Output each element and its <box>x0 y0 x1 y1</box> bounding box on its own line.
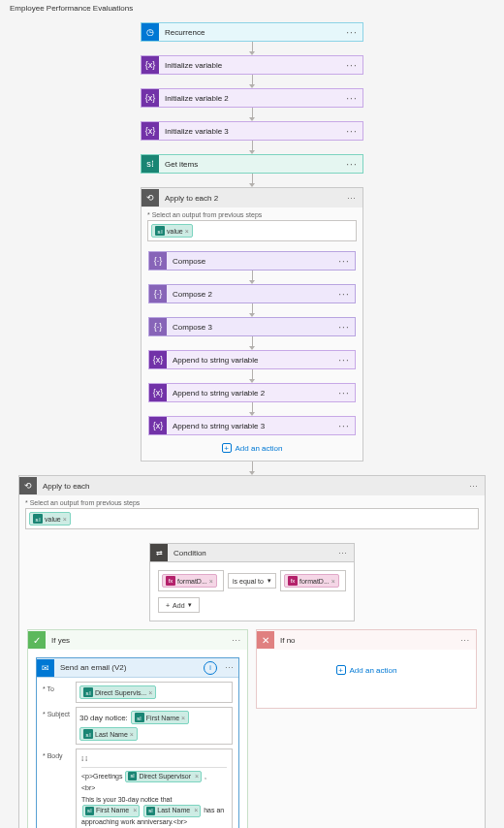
value-token[interactable]: s⁞value× <box>29 512 71 525</box>
arrow-icon <box>252 462 253 475</box>
apply-to-each-2-scope: ⟲ Apply to each 2 ··· * Select an output… <box>141 187 363 462</box>
arrow-icon <box>252 271 253 284</box>
append-string-3-step[interactable]: {x} Append to string variable 3 ··· <box>148 416 356 435</box>
more-icon[interactable]: ··· <box>341 27 362 38</box>
init-variable-2-step[interactable]: {x} Initialize variable 2 ··· <box>141 88 363 108</box>
compose-step[interactable]: {·} Compose ··· <box>148 251 356 271</box>
variable-icon: {x} <box>142 122 159 140</box>
add-action-label: Add an action <box>236 444 283 453</box>
condition-right[interactable]: fxformatD...× <box>280 570 346 591</box>
arrow-icon <box>252 141 253 154</box>
condition-header[interactable]: ⇄ Condition ··· <box>149 543 355 562</box>
more-icon[interactable]: ··· <box>341 159 362 170</box>
to-label: * To <box>43 682 76 703</box>
sharepoint-icon: s⁞ <box>142 155 159 173</box>
more-icon[interactable]: ··· <box>332 549 354 557</box>
more-icon[interactable]: ··· <box>341 194 362 203</box>
step-label: Initialize variable <box>159 61 341 70</box>
condition-icon: ⇄ <box>150 544 168 561</box>
step-label: Recurrence <box>159 28 341 37</box>
email-header[interactable]: ✉ Send an email (V2) i ··· <box>37 658 238 678</box>
more-icon[interactable]: ··· <box>333 322 355 333</box>
more-icon[interactable]: ··· <box>341 60 362 71</box>
more-icon[interactable]: ··· <box>463 482 485 491</box>
body-editor[interactable]: ⁞ ⁞ <p>Greetings s⁞Direct Supervisor× , … <box>76 748 233 828</box>
more-icon[interactable]: ··· <box>333 256 355 267</box>
add-action-link[interactable]: + Add an action <box>222 443 283 453</box>
info-icon[interactable]: i <box>204 661 217 675</box>
variable-icon: {x} <box>149 417 167 434</box>
arrow-icon <box>252 402 253 416</box>
foreach-icon: ⟲ <box>142 189 159 207</box>
step-label: Send an email (V2) <box>54 663 204 672</box>
add-condition-button[interactable]: +Add▾ <box>158 597 200 613</box>
variable-icon: {x} <box>142 56 159 74</box>
field-hint: * Select an output from previous steps <box>147 211 357 218</box>
subject-label: * Subject <box>43 707 76 745</box>
add-action-link[interactable]: + Add an action <box>265 665 468 675</box>
supervisor-token[interactable]: s⁞Direct Supervis...× <box>79 685 156 699</box>
branch-header[interactable]: ✓ If yes ··· <box>28 630 247 650</box>
lastname-token[interactable]: s⁞Last Name× <box>143 805 201 817</box>
subject-input[interactable]: 30 day notice: s⁞First Name× s⁞Last Name… <box>76 707 233 745</box>
output-input[interactable]: s⁞value× <box>147 220 357 241</box>
step-label: Condition <box>168 549 332 557</box>
check-icon: ✓ <box>28 631 46 649</box>
compose-3-step[interactable]: {·} Compose 3 ··· <box>148 317 356 336</box>
firstname-token[interactable]: s⁞First Name× <box>131 711 189 724</box>
clock-icon: ◷ <box>142 23 159 41</box>
foreach-icon: ⟲ <box>19 477 37 494</box>
scope-header[interactable]: ⟲ Apply to each ··· <box>19 476 485 495</box>
more-icon[interactable]: ··· <box>333 388 355 398</box>
branch-header[interactable]: ✕ If no ··· <box>257 630 476 650</box>
append-string-step[interactable]: {x} Append to string variable ··· <box>148 350 356 369</box>
condition-operator[interactable]: is equal to▾ <box>228 573 276 589</box>
get-items-step[interactable]: s⁞ Get items ··· <box>141 154 363 174</box>
output-input[interactable]: s⁞value× <box>25 508 479 529</box>
more-icon[interactable]: ··· <box>341 93 362 104</box>
step-label: Apply to each <box>37 482 463 491</box>
compose-2-step[interactable]: {·} Compose 2 ··· <box>148 284 356 303</box>
more-icon[interactable]: ··· <box>341 126 362 137</box>
append-string-2-step[interactable]: {x} Append to string variable 2 ··· <box>148 383 356 402</box>
value-token[interactable]: s⁞value× <box>151 224 193 238</box>
arrow-icon <box>252 303 253 317</box>
scope-header[interactable]: ⟲ Apply to each 2 ··· <box>142 188 362 207</box>
init-variable-3-step[interactable]: {x} Initialize variable 3 ··· <box>141 121 363 141</box>
plus-icon: + <box>166 602 170 609</box>
format-toolbar[interactable]: ⁞ ⁞ <box>81 754 227 768</box>
init-variable-step[interactable]: {x} Initialize variable ··· <box>141 55 363 75</box>
step-label: Initialize variable 3 <box>159 127 341 136</box>
subject-text: 30 day notice: <box>79 714 128 722</box>
step-label: Initialize variable 2 <box>159 94 341 103</box>
condition-left[interactable]: fxformatD...× <box>158 570 224 591</box>
lastname-token[interactable]: s⁞Last Name× <box>79 727 138 741</box>
branch-label: If yes <box>46 636 232 645</box>
send-email-step: ✉ Send an email (V2) i ··· * To s⁞Direct… <box>36 657 239 828</box>
to-input[interactable]: s⁞Direct Supervis...× <box>76 682 233 703</box>
if-yes-branch: ✓ If yes ··· ✉ Send an email (V2) i ··· … <box>27 629 248 828</box>
firstname-token[interactable]: s⁞First Name× <box>82 805 140 817</box>
more-icon[interactable]: ··· <box>333 289 355 300</box>
outlook-icon: ✉ <box>37 659 54 677</box>
step-label: Compose <box>167 257 333 266</box>
expression-token[interactable]: fxformatD...× <box>284 574 339 588</box>
condition-step: ⇄ Condition ··· fxformatD...× is equal t… <box>149 543 355 621</box>
body-label: * Body <box>43 748 76 828</box>
expression-token[interactable]: fxformatD...× <box>162 574 217 588</box>
more-icon[interactable]: ··· <box>221 663 238 672</box>
if-no-branch: ✕ If no ··· + Add an action <box>256 629 477 709</box>
recurrence-step[interactable]: ◷ Recurrence ··· <box>141 22 363 42</box>
more-icon[interactable]: ··· <box>333 421 355 431</box>
page-title: Employee Performance Evaluations <box>0 0 504 16</box>
more-icon[interactable]: ··· <box>333 355 355 366</box>
more-icon[interactable]: ··· <box>460 636 470 645</box>
more-icon[interactable]: ··· <box>232 636 241 645</box>
arrow-icon <box>252 108 253 121</box>
step-label: Compose 2 <box>167 290 333 299</box>
supervisor-token[interactable]: s⁞Direct Supervisor× <box>125 771 202 783</box>
branch-label: If no <box>274 636 460 645</box>
arrow-icon <box>252 369 253 383</box>
apply-to-each-scope: ⟲ Apply to each ··· * Select an output f… <box>18 475 486 828</box>
add-action-label: Add an action <box>350 666 397 675</box>
